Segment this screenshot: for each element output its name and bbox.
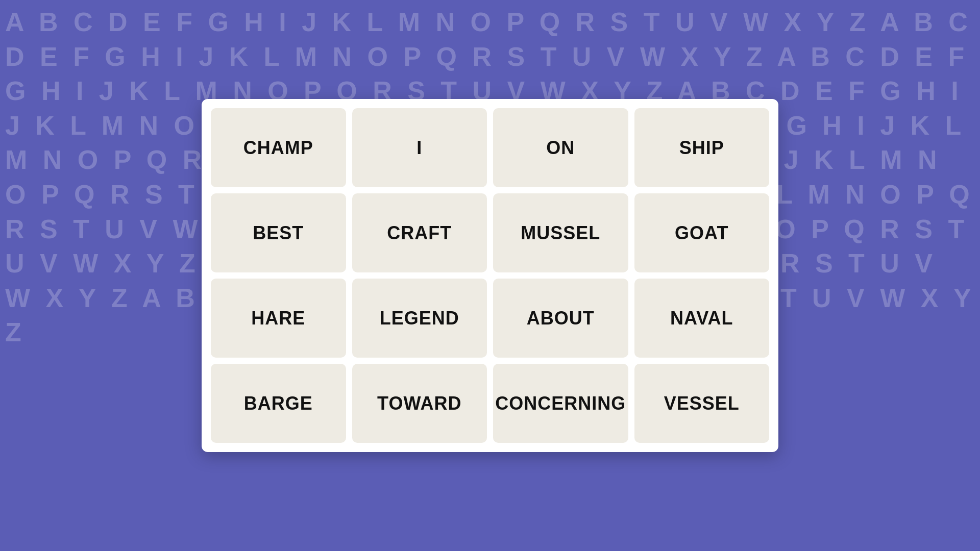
cell-label-on: ON bbox=[546, 137, 575, 159]
cell-hare[interactable]: HARE bbox=[211, 279, 346, 358]
cell-toward[interactable]: TOWARD bbox=[352, 364, 487, 443]
cell-i[interactable]: I bbox=[352, 108, 487, 187]
cell-label-i: I bbox=[416, 137, 422, 159]
cell-label-hare: HARE bbox=[251, 308, 305, 329]
cell-label-vessel: VESSEL bbox=[664, 393, 740, 414]
cell-ship[interactable]: SHIP bbox=[634, 108, 770, 187]
cell-label-about: ABOUT bbox=[527, 308, 595, 329]
cell-label-goat: GOAT bbox=[675, 222, 728, 244]
cell-label-concerning: CONCERNING bbox=[495, 393, 626, 414]
cell-barge[interactable]: BARGE bbox=[211, 364, 346, 443]
cell-about[interactable]: ABOUT bbox=[493, 279, 628, 358]
cell-best[interactable]: BEST bbox=[211, 193, 346, 272]
cell-label-naval: NAVAL bbox=[670, 308, 733, 329]
cell-naval[interactable]: NAVAL bbox=[634, 279, 770, 358]
cell-label-ship: SHIP bbox=[679, 137, 724, 159]
cell-vessel[interactable]: VESSEL bbox=[634, 364, 770, 443]
cell-label-toward: TOWARD bbox=[377, 393, 461, 414]
cell-label-legend: LEGEND bbox=[380, 308, 459, 329]
main-card: CHAMPIONSHIPBESTCRAFTMUSSELGOATHARELEGEN… bbox=[202, 99, 778, 452]
cell-champ[interactable]: CHAMP bbox=[211, 108, 346, 187]
cell-concerning[interactable]: CONCERNING bbox=[493, 364, 628, 443]
cell-craft[interactable]: CRAFT bbox=[352, 193, 487, 272]
cell-label-mussel: MUSSEL bbox=[521, 222, 600, 244]
cell-label-craft: CRAFT bbox=[387, 222, 452, 244]
cell-label-barge: BARGE bbox=[244, 393, 313, 414]
word-grid: CHAMPIONSHIPBESTCRAFTMUSSELGOATHARELEGEN… bbox=[211, 108, 769, 443]
cell-legend[interactable]: LEGEND bbox=[352, 279, 487, 358]
cell-on[interactable]: ON bbox=[493, 108, 628, 187]
cell-goat[interactable]: GOAT bbox=[634, 193, 770, 272]
cell-label-best: BEST bbox=[253, 222, 304, 244]
cell-mussel[interactable]: MUSSEL bbox=[493, 193, 628, 272]
cell-label-champ: CHAMP bbox=[243, 137, 313, 159]
